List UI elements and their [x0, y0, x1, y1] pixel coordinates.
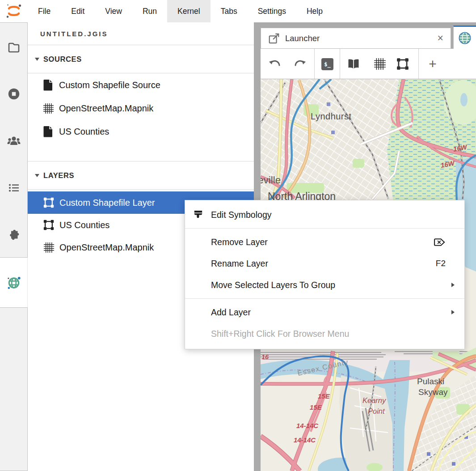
menu-item-tabs[interactable]: Tabs: [211, 0, 248, 22]
file-icon: [42, 126, 54, 137]
collaboration-users-icon[interactable]: [7, 134, 21, 148]
add-button[interactable]: +: [425, 57, 440, 71]
map-label-kearny-point: Point: [368, 407, 385, 415]
menu-item-view[interactable]: View: [95, 0, 132, 22]
menu-bar: File Edit View Run Kernel Tabs Settings …: [0, 0, 476, 22]
layer-label: US Counties: [59, 220, 110, 230]
symbology-brush-icon: [193, 209, 211, 221]
identify-book-button[interactable]: [346, 57, 361, 71]
sidebar-gis-section: [0, 258, 28, 307]
source-item-custom-shapefile[interactable]: Custom Shapefile Source: [28, 73, 254, 97]
map-label-exit16: 16: [261, 353, 269, 361]
toolbar-separator: [340, 49, 340, 79]
globe-icon: [458, 31, 472, 45]
sidebar-bottom-segment: [0, 307, 28, 471]
source-label: Custom Shapefile Source: [59, 80, 160, 90]
source-label: OpenStreetMap.Mapnik: [59, 103, 153, 114]
context-item-edit-symbology[interactable]: Edit Symbology: [185, 204, 464, 225]
menu-item-settings[interactable]: Settings: [248, 0, 296, 22]
context-item-label: Add Layer: [211, 307, 251, 318]
sources-header-label: SOURCES: [43, 55, 82, 64]
map-label-exit15e: 15E: [318, 392, 330, 400]
vector-square-icon: [42, 197, 55, 208]
menu-separator: [185, 228, 464, 229]
menu-item-kernel[interactable]: Kernel: [167, 0, 211, 22]
context-item-label: Move Selected Layers To Group: [211, 280, 335, 290]
menu-item-file[interactable]: File: [28, 0, 61, 22]
map-label-pulaski-skyway: Pulaski: [417, 377, 444, 386]
sources-list: Custom Shapefile Source OpenStreetMap.Ma…: [28, 73, 254, 143]
toolbar-separator: [314, 49, 315, 79]
jupyter-logo: [0, 0, 28, 22]
vector-layer-button[interactable]: [396, 57, 410, 71]
gis-toolbar: $_ +: [261, 49, 476, 79]
close-icon[interactable]: ×: [438, 33, 443, 43]
extension-manager-icon[interactable]: [7, 228, 21, 242]
tab-launcher-label: Launcher: [285, 34, 320, 43]
launcher-icon: [268, 33, 280, 44]
context-item-label: Shift+Right Click For Browser Menu: [211, 329, 349, 339]
layer-context-menu: Edit Symbology Remove Layer Rename Layer…: [185, 200, 465, 349]
submenu-arrow-icon: [451, 310, 455, 314]
vector-square-icon: [42, 219, 55, 231]
activity-sidebar: [0, 22, 28, 258]
source-label: US Counties: [59, 127, 109, 137]
context-item-label: Edit Symbology: [211, 210, 271, 220]
shortcut-f2: F2: [436, 259, 446, 268]
map-label-exit15e: 15E: [310, 403, 322, 411]
layers-header-label: LAYERS: [43, 171, 74, 180]
tab-launcher[interactable]: Launcher ×: [261, 28, 451, 49]
context-item-label: Rename Layer: [211, 259, 268, 269]
menu-item-edit[interactable]: Edit: [61, 0, 95, 22]
table-of-contents-icon[interactable]: [7, 181, 21, 195]
caret-down-icon: [35, 174, 39, 177]
menu-item-run[interactable]: Run: [132, 0, 167, 22]
map-label-belleville: eville: [261, 174, 281, 186]
layer-label: Custom Shapefile Layer: [59, 198, 155, 208]
layer-label: OpenStreetMap.Mapnik: [59, 242, 154, 253]
map-label-kearny-point: Kearny: [362, 396, 387, 404]
redo-button[interactable]: [294, 57, 308, 71]
map-label-pulaski-skyway: Skyway: [418, 387, 448, 397]
map-label-lyndhurst: Lyndhurst: [311, 111, 352, 121]
terminal-glyph: $_: [324, 61, 330, 68]
jupytergis-globe-icon[interactable]: [7, 276, 21, 290]
context-item-browser-menu-hint: Shift+Right Click For Browser Menu: [185, 323, 464, 344]
raster-layer-button[interactable]: [373, 57, 387, 71]
context-item-label: Remove Layer: [211, 237, 268, 247]
file-icon: [42, 79, 54, 91]
terminal-button[interactable]: $_: [321, 58, 333, 70]
raster-grid-icon: [42, 103, 54, 114]
panel-title: UNTITLED.JGIS: [28, 22, 254, 45]
toolbar-separator: [418, 49, 419, 79]
plus-glyph: +: [429, 56, 437, 72]
context-item-add-layer[interactable]: Add Layer: [185, 301, 464, 323]
file-browser-icon[interactable]: [7, 40, 21, 54]
source-item-osm[interactable]: OpenStreetMap.Mapnik: [28, 97, 254, 120]
remove-tag-icon: [434, 237, 446, 248]
menu-item-help[interactable]: Help: [296, 0, 333, 22]
context-item-remove-layer[interactable]: Remove Layer: [185, 231, 464, 253]
context-item-move-to-group[interactable]: Move Selected Layers To Group: [185, 274, 464, 296]
menu-separator: [185, 298, 464, 299]
tab-gis-document[interactable]: [453, 25, 476, 49]
undo-button[interactable]: [267, 57, 281, 71]
raster-grid-icon: [42, 242, 55, 253]
map-label-exit14: 14-14C: [296, 422, 319, 429]
submenu-arrow-icon: [451, 283, 455, 287]
map-label-exit14: 14-14C: [294, 436, 316, 444]
sources-section-header[interactable]: SOURCES: [28, 45, 254, 73]
context-item-rename-layer[interactable]: Rename Layer F2: [185, 253, 464, 274]
running-kernels-icon[interactable]: [7, 87, 21, 101]
caret-down-icon: [35, 58, 39, 61]
layers-section-header[interactable]: LAYERS: [28, 161, 254, 190]
source-item-us-counties[interactable]: US Counties: [28, 120, 254, 143]
